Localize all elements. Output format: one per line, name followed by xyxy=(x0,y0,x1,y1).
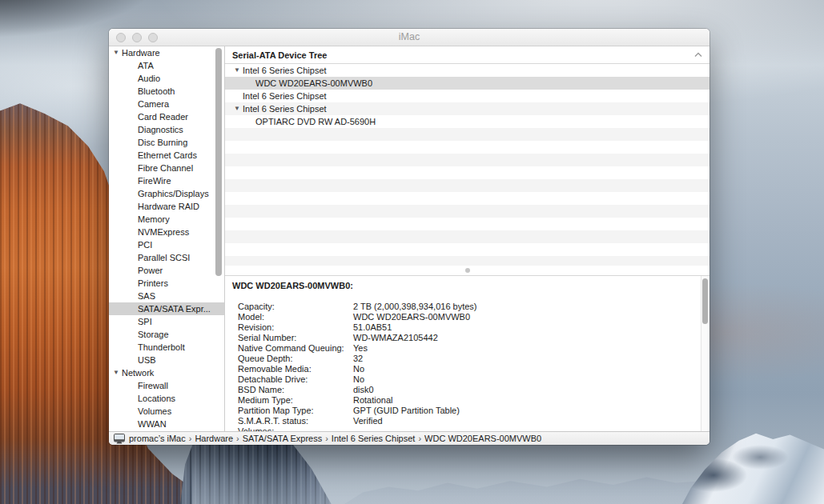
sidebar-item-power[interactable]: Power xyxy=(109,264,224,277)
disclosure-triangle-icon[interactable]: ▼ xyxy=(234,64,240,77)
tree-row-wdc-wd20ears-00mvwb0[interactable]: WDC WD20EARS-00MVWB0 xyxy=(225,77,709,90)
title-bar[interactable]: iMac xyxy=(109,29,709,46)
sidebar-item-pci[interactable]: PCI xyxy=(109,238,224,251)
detail-properties: Capacity:2 TB (2,000,398,934,016 bytes)M… xyxy=(232,302,693,431)
breadcrumb-separator: › xyxy=(233,434,243,443)
property-revision: Revision:51.0AB51 xyxy=(232,322,693,333)
sidebar-item-label: Audio xyxy=(138,74,160,83)
content-pane: Serial-ATA Device Tree ▼Intel 6 Series C… xyxy=(225,46,709,431)
sidebar-item-label: Firewall xyxy=(138,381,168,390)
property-label: Revision: xyxy=(238,322,353,333)
tree-row-intel-6-series-chipset[interactable]: ▼Intel 6 Series Chipset xyxy=(225,64,709,77)
details-scrollbar-thumb[interactable] xyxy=(702,278,708,324)
sidebar-item-diagnostics[interactable]: Diagnostics xyxy=(109,123,224,136)
sidebar-item-label: Bluetooth xyxy=(138,86,175,96)
zoom-button[interactable] xyxy=(148,33,158,42)
device-tree-rows: ▼Intel 6 Series ChipsetWDC WD20EARS-00MV… xyxy=(225,64,709,266)
disclosure-triangle-icon[interactable]: ▼ xyxy=(234,102,240,115)
property-value: 51.0AB51 xyxy=(353,322,693,333)
tree-empty-row xyxy=(225,218,709,230)
sidebar-item-label: Hardware RAID xyxy=(138,202,199,211)
sidebar-section-hardware[interactable]: ▼Hardware xyxy=(109,46,224,59)
sidebar-item-locations[interactable]: Locations xyxy=(109,392,224,405)
sidebar-item-label: Fibre Channel xyxy=(138,163,193,173)
sidebar-item-graphics-displays[interactable]: Graphics/Displays xyxy=(109,187,224,200)
property-label: Partition Map Type: xyxy=(238,406,353,416)
property-s-m-a-r-t-status: S.M.A.R.T. status:Verified xyxy=(232,416,693,426)
breadcrumb-item-wdc-wd20ears-00mvwb0[interactable]: WDC WD20EARS-00MVWB0 xyxy=(424,434,541,443)
sidebar-item-label: Parallel SCSI xyxy=(138,253,190,262)
property-value: No xyxy=(353,374,693,385)
sidebar-item-hardware-raid[interactable]: Hardware RAID xyxy=(109,200,224,213)
sidebar-item-nvmexpress[interactable]: NVMExpress xyxy=(109,226,224,238)
property-label: S.M.A.R.T. status: xyxy=(238,416,353,426)
tree-empty-row xyxy=(225,179,709,192)
property-label: Detachable Drive: xyxy=(238,374,353,385)
disclosure-triangle-icon[interactable]: ▼ xyxy=(113,46,119,59)
tree-row-optiarc-dvd-rw-ad-5690h[interactable]: OPTIARC DVD RW AD-5690H xyxy=(225,115,709,128)
minimize-button[interactable] xyxy=(132,33,142,42)
sidebar-item-card-reader[interactable]: Card Reader xyxy=(109,110,224,123)
sidebar-item-storage[interactable]: Storage xyxy=(109,328,224,341)
sidebar-item-fibre-channel[interactable]: Fibre Channel xyxy=(109,162,224,174)
collapse-section-icon[interactable] xyxy=(694,52,702,58)
sidebar-item-firewall[interactable]: Firewall xyxy=(109,379,224,392)
sidebar-item-label: Locations xyxy=(138,394,175,403)
sidebar-item-label: Storage xyxy=(138,330,169,339)
tree-empty-row xyxy=(225,128,709,141)
sidebar-item-sas[interactable]: SAS xyxy=(109,290,224,302)
sidebar-section-label: Network xyxy=(122,368,154,378)
property-value: No xyxy=(353,364,693,374)
property-bsd-name: BSD Name:disk0 xyxy=(232,385,693,395)
tree-row-label: Intel 6 Series Chipset xyxy=(243,91,327,101)
sidebar-item-parallel-scsi[interactable]: Parallel SCSI xyxy=(109,251,224,264)
sidebar-item-usb[interactable]: USB xyxy=(109,354,224,366)
breadcrumb-item-sata-sata-express[interactable]: SATA/SATA Express xyxy=(243,434,322,443)
sidebar-list: ▼HardwareATAAudioBluetoothCameraCard Rea… xyxy=(109,46,224,430)
property-medium-type: Medium Type:Rotational xyxy=(232,395,693,406)
sidebar-item-disc-burning[interactable]: Disc Burning xyxy=(109,136,224,149)
tree-empty-row xyxy=(225,256,709,266)
sidebar-item-memory[interactable]: Memory xyxy=(109,213,224,226)
sidebar-item-label: Graphics/Displays xyxy=(138,189,209,198)
disclosure-triangle-icon[interactable]: ▼ xyxy=(113,366,119,379)
sidebar-item-bluetooth[interactable]: Bluetooth xyxy=(109,85,224,98)
sidebar-item-ethernet-cards[interactable]: Ethernet Cards xyxy=(109,149,224,162)
sidebar-item-volumes[interactable]: Volumes xyxy=(109,405,224,418)
breadcrumb-separator: › xyxy=(322,434,332,443)
close-button[interactable] xyxy=(116,33,126,42)
breadcrumb-item-intel-6-series-chipset[interactable]: Intel 6 Series Chipset xyxy=(332,434,416,443)
tree-empty-row xyxy=(225,166,709,179)
sidebar-section-network[interactable]: ▼Network xyxy=(109,366,224,379)
property-value: WDC WD20EARS-00MVWB0 xyxy=(353,312,693,322)
property-value: 32 xyxy=(353,354,693,364)
tree-row-intel-6-series-chipset[interactable]: ▼Intel 6 Series Chipset xyxy=(225,102,709,115)
property-queue-depth: Queue Depth:32 xyxy=(232,354,693,364)
device-tree-header[interactable]: Serial-ATA Device Tree xyxy=(225,46,709,64)
sidebar-item-label: Power xyxy=(138,266,163,275)
sidebar-item-ata[interactable]: ATA xyxy=(109,59,224,72)
pane-splitter[interactable] xyxy=(225,266,709,275)
sidebar-item-camera[interactable]: Camera xyxy=(109,98,224,110)
sidebar-item-wwan[interactable]: WWAN xyxy=(109,418,224,430)
sidebar-item-thunderbolt[interactable]: Thunderbolt xyxy=(109,341,224,354)
sidebar-item-label: USB xyxy=(138,355,156,365)
sidebar-item-sata-sata-expr[interactable]: SATA/SATA Expr... xyxy=(109,302,224,315)
tree-empty-row xyxy=(225,154,709,166)
breadcrumb-item-promac-s-imac[interactable]: promac’s iMac xyxy=(129,434,186,443)
sidebar-item-firewire[interactable]: FireWire xyxy=(109,174,224,187)
sidebar-item-label: FireWire xyxy=(138,176,171,186)
tree-row-intel-6-series-chipset[interactable]: Intel 6 Series Chipset xyxy=(225,90,709,102)
property-partition-map-type: Partition Map Type:GPT (GUID Partition T… xyxy=(232,406,693,416)
breadcrumb: promac’s iMac›Hardware›SATA/SATA Express… xyxy=(129,434,541,443)
sidebar-item-audio[interactable]: Audio xyxy=(109,72,224,85)
sidebar-item-printers[interactable]: Printers xyxy=(109,277,224,290)
property-removable-media: Removable Media:No xyxy=(232,364,693,374)
detail-title: WDC WD20EARS-00MVWB0: xyxy=(232,281,693,291)
device-tree-title: Serial-ATA Device Tree xyxy=(232,50,327,60)
sidebar-scrollbar-thumb[interactable] xyxy=(215,48,222,276)
sidebar-item-spi[interactable]: SPI xyxy=(109,315,224,328)
details-scrollbar[interactable] xyxy=(701,276,709,431)
splitter-handle[interactable] xyxy=(465,268,470,273)
breadcrumb-item-hardware[interactable]: Hardware xyxy=(195,434,233,443)
